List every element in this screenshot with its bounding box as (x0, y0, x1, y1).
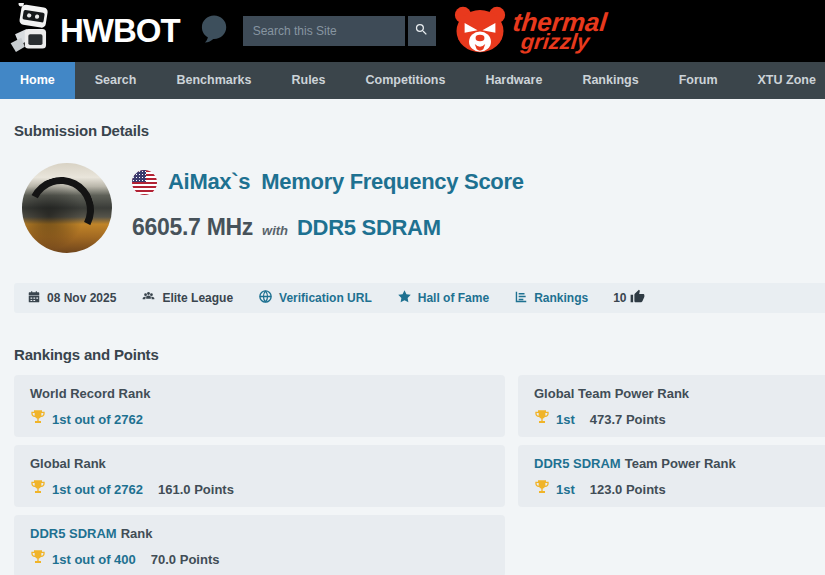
nav-item-xtu-zone[interactable]: XTU Zone (738, 62, 825, 99)
trophy-icon (30, 409, 52, 429)
card-title-text: Rank (121, 526, 153, 541)
site-search (243, 16, 436, 46)
submission-summary: AiMax`sMemory Frequency Score 6605.7 MHz… (14, 163, 825, 253)
submission-details-heading: Submission Details (14, 122, 825, 139)
star-icon (397, 289, 418, 307)
benchmark-name: Memory Frequency Score (261, 169, 523, 194)
globe-icon (258, 289, 279, 307)
nav-item-rules[interactable]: Rules (271, 62, 345, 99)
rankings-and-points-heading: Rankings and Points (14, 346, 825, 363)
submission-date-text: 08 Nov 2025 (47, 291, 116, 305)
card-ddr5-rank: DDR5 SDRAMRank 1st out of 40070.0 Points (14, 515, 505, 575)
verification-url-link[interactable]: Verification URL (258, 289, 372, 307)
rank-link[interactable]: 1st out of 2762 (52, 482, 143, 497)
thermal-grizzly-wordmark: thermal grizzly (509, 11, 607, 52)
thumbs-up-icon (627, 289, 645, 307)
card-world-record-rank: World Record Rank 1st out of 2762 (14, 375, 505, 437)
trophy-icon (30, 549, 52, 569)
rank-link[interactable]: 1st out of 2762 (52, 412, 143, 427)
points-value: 161.0 Points (158, 482, 234, 497)
trophy-icon (534, 479, 556, 499)
submission-date: 08 Nov 2025 (27, 290, 116, 307)
league-text: Elite League (162, 291, 233, 305)
calendar-icon (27, 290, 47, 307)
card-title-text: World Record Rank (30, 386, 150, 401)
hwbot-logo[interactable]: HWBOT (8, 3, 180, 59)
main-nav: Home Search Benchmarks Rules Competition… (0, 62, 825, 99)
card-global-team-power-rank: Global Team Power Rank 1st473.7 Points (518, 375, 825, 437)
trophy-icon (534, 409, 556, 429)
submission-title: AiMax`sMemory Frequency Score (168, 169, 524, 195)
submission-meta-bar: 08 Nov 2025 Elite League Verification UR… (14, 283, 825, 313)
us-flag-icon (132, 170, 157, 195)
league-users-icon (141, 290, 162, 307)
points-value: 123.0 Points (590, 482, 666, 497)
likes-counter[interactable]: 10 (613, 289, 644, 307)
search-icon (414, 22, 429, 40)
nav-item-competitions[interactable]: Competitions (346, 62, 466, 99)
hwbot-brand-text: HWBOT (60, 12, 180, 50)
rank-link[interactable]: 1st (556, 412, 575, 427)
points-value: 70.0 Points (151, 552, 220, 567)
page-content: Submission Details AiMax`sMemory Frequen… (14, 122, 825, 575)
rankings-link[interactable]: Rankings (514, 290, 588, 307)
nav-item-hardware[interactable]: Hardware (465, 62, 562, 99)
with-label: with (262, 223, 288, 238)
card-ddr5-team-power-rank: DDR5 SDRAMTeam Power Rank 1st123.0 Point… (518, 445, 825, 507)
hardware-link[interactable]: DDR5 SDRAM (297, 215, 441, 241)
rank-link[interactable]: 1st out of 400 (52, 552, 136, 567)
search-input[interactable] (243, 16, 405, 46)
card-title-text: Global Rank (30, 456, 106, 471)
nav-item-home[interactable]: Home (0, 62, 75, 99)
hwbot-robot-icon (8, 3, 54, 59)
nav-item-forum[interactable]: Forum (659, 62, 738, 99)
top-header: HWBOT (0, 0, 825, 62)
league-label: Elite League (141, 290, 233, 307)
rank-link[interactable]: 1st (556, 482, 575, 497)
search-button[interactable] (408, 16, 436, 46)
thermal-grizzly-logo[interactable]: thermal grizzly (454, 6, 606, 57)
card-title-text: Team Power Rank (625, 456, 736, 471)
nav-item-benchmarks[interactable]: Benchmarks (156, 62, 271, 99)
points-value: 473.7 Points (590, 412, 666, 427)
rankings-grid: World Record Rank 1st out of 2762 Global… (14, 375, 825, 575)
likes-count-text: 10 (613, 291, 626, 305)
card-title-link[interactable]: DDR5 SDRAM (30, 526, 117, 541)
rankings-chart-icon (514, 290, 534, 307)
hall-of-fame-link[interactable]: Hall of Fame (397, 289, 489, 307)
score-row: 6605.7 MHz with DDR5 SDRAM (132, 214, 524, 241)
grizzly-bear-icon (454, 6, 506, 57)
trophy-icon (30, 479, 52, 499)
nav-item-search[interactable]: Search (75, 62, 157, 99)
submission-main: AiMax`sMemory Frequency Score 6605.7 MHz… (132, 163, 524, 253)
verification-url-text: Verification URL (279, 291, 372, 305)
hall-of-fame-text: Hall of Fame (418, 291, 489, 305)
card-title-link[interactable]: DDR5 SDRAM (534, 456, 621, 471)
card-global-rank: Global Rank 1st out of 2762161.0 Points (14, 445, 505, 507)
score-value: 6605.7 MHz (132, 214, 253, 241)
username-link[interactable]: AiMax`s (168, 169, 250, 194)
patreon-icon[interactable] (200, 14, 227, 48)
rankings-link-text: Rankings (534, 291, 588, 305)
nav-item-rankings[interactable]: Rankings (562, 62, 658, 99)
submission-title-row: AiMax`sMemory Frequency Score (132, 169, 524, 195)
submission-photo-thumbnail[interactable] (22, 163, 112, 253)
card-title-text: Global Team Power Rank (534, 386, 689, 401)
